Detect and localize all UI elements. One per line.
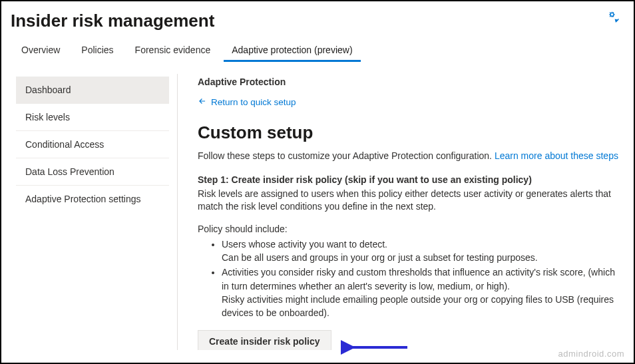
tab-overview[interactable]: Overview (11, 41, 71, 62)
sidebar-item-dashboard[interactable]: Dashboard (16, 77, 169, 104)
return-label: Return to quick setup (211, 97, 296, 107)
tab-bar: Overview Policies Forensic evidence Adap… (1, 37, 634, 62)
main-content: Adaptive Protection Return to quick setu… (178, 70, 634, 350)
step1-description: Risk levels are assigned to users when t… (198, 188, 620, 214)
bullet-text: Activities you consider risky and custom… (222, 267, 615, 291)
learn-more-link[interactable]: Learn more about these steps (495, 150, 618, 161)
tab-forensic-evidence[interactable]: Forensic evidence (124, 41, 222, 62)
return-link[interactable]: Return to quick setup (198, 96, 296, 108)
tab-adaptive-protection[interactable]: Adaptive protection (preview) (221, 41, 363, 62)
bullet-subtext: Risky activities might include emailing … (222, 293, 620, 320)
watermark: admindroid.com (558, 349, 625, 359)
arrow-left-icon (198, 96, 207, 108)
list-item: Activities you consider risky and custom… (222, 266, 620, 319)
tab-policies[interactable]: Policies (71, 41, 124, 62)
bullet-subtext: Can be all users and groups in your org … (222, 251, 620, 264)
bullet-text: Users whose activity you want to detect. (222, 239, 387, 250)
create-policy-button[interactable]: Create insider risk policy (198, 330, 331, 350)
sidebar-item-risk-levels[interactable]: Risk levels (16, 104, 169, 131)
step1-title: Step 1: Create insider risk policy (skip… (198, 174, 620, 185)
page-title: Insider risk management (11, 11, 214, 31)
list-item: Users whose activity you want to detect.… (222, 238, 620, 265)
heading-custom-setup: Custom setup (198, 122, 620, 143)
description: Follow these steps to customize your Ada… (198, 150, 620, 162)
sidebar-item-conditional-access[interactable]: Conditional Access (16, 131, 169, 158)
settings-icon[interactable] (607, 11, 620, 27)
section-title: Adaptive Protection (198, 77, 620, 87)
policy-include-list: Users whose activity you want to detect.… (222, 238, 620, 320)
description-text: Follow these steps to customize your Ada… (198, 150, 495, 161)
sidebar-item-dlp[interactable]: Data Loss Prevention (16, 158, 169, 186)
sidebar: Dashboard Risk levels Conditional Access… (1, 70, 178, 350)
sidebar-item-adaptive-settings[interactable]: Adaptive Protection settings (16, 186, 169, 212)
policy-include-label: Policy should include: (198, 223, 620, 236)
